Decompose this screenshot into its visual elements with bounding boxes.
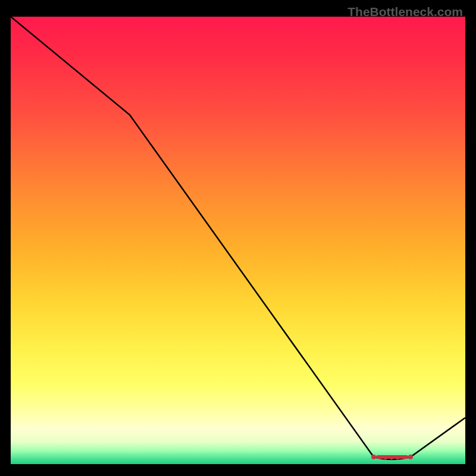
marker-dot: [371, 455, 376, 459]
marker-dot: [396, 457, 399, 460]
marker-group: [371, 455, 413, 460]
marker-dot: [384, 457, 387, 460]
marker-dot: [390, 457, 393, 460]
watermark-text: TheBottleneck.com: [347, 5, 463, 19]
chart-container: TheBottleneck.com: [0, 0, 476, 476]
marker-dot: [378, 456, 381, 459]
plot-area: [11, 17, 465, 464]
marker-dot: [402, 456, 405, 459]
marker-dot: [408, 455, 413, 459]
data-line: [11, 17, 465, 459]
line-curve: [11, 17, 465, 464]
